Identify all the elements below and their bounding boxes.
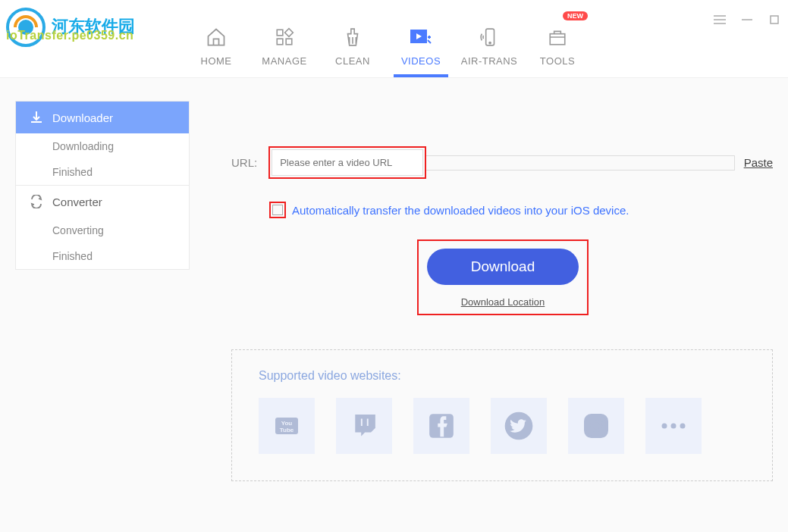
manage-icon	[272, 25, 297, 49]
site-facebook[interactable]	[413, 398, 469, 454]
sidebar-converting[interactable]: Converting	[16, 217, 189, 243]
download-location-link[interactable]: Download Location	[461, 296, 545, 308]
new-badge: NEW	[563, 11, 588, 20]
sidebar-converter[interactable]: Converter	[16, 185, 189, 217]
supported-sites-box: Supported video websites: YouTube	[231, 349, 773, 481]
tab-tools[interactable]: NEW TOOLS	[523, 0, 592, 77]
minimize-button[interactable]	[741, 14, 753, 26]
svg-rect-9	[550, 33, 565, 44]
videos-icon	[409, 25, 433, 49]
download-icon	[30, 111, 43, 124]
download-button[interactable]: Download	[427, 249, 579, 285]
main-content: Downloader Downloading Finished Converte…	[0, 78, 788, 532]
tab-manage[interactable]: MANAGE	[250, 0, 319, 77]
app-logo: 河东软件园 ioTransfer.pe0359.cn	[6, 8, 46, 50]
window-controls	[714, 14, 780, 26]
supported-sites-title: Supported video websites:	[259, 369, 746, 383]
logo-area: 河东软件园 ioTransfer.pe0359.cn	[0, 0, 167, 58]
auto-transfer-checkbox[interactable]	[272, 205, 283, 215]
svg-point-8	[489, 42, 491, 43]
menu-button[interactable]	[714, 14, 726, 26]
site-more[interactable]	[645, 398, 702, 454]
svg-text:You: You	[281, 420, 293, 427]
url-row: URL: Paste	[231, 146, 773, 179]
svg-point-23	[662, 424, 667, 429]
url-input-highlight	[268, 146, 426, 179]
sidebar-downloader-label: Downloader	[52, 111, 113, 124]
home-icon	[204, 25, 228, 49]
site-youtube[interactable]: YouTube	[259, 398, 315, 454]
sidebar-downloader-finished[interactable]: Finished	[16, 159, 189, 185]
sidebar-converter-label: Converter	[52, 196, 102, 208]
sidebar-downloading[interactable]: Downloading	[16, 133, 189, 159]
sidebar: Downloader Downloading Finished Converte…	[0, 78, 190, 532]
nav-tabs: HOME MANAGE CLEAN VIDEOS AIR-TRANS	[182, 0, 592, 77]
auto-transfer-row: Automatically transfer the downloaded vi…	[269, 202, 773, 218]
svg-text:Tube: Tube	[280, 427, 294, 433]
site-instagram[interactable]	[568, 398, 624, 454]
tab-videos[interactable]: VIDEOS	[387, 0, 455, 77]
svg-rect-14	[771, 16, 778, 23]
sidebar-downloader[interactable]: Downloader	[16, 102, 189, 133]
download-section-highlight: Download Download Location	[417, 239, 589, 315]
app-header: 河东软件园 ioTransfer.pe0359.cn HOME MANAGE C…	[0, 0, 788, 78]
site-twitch[interactable]	[336, 398, 392, 454]
logo-sub-text: ioTransfer.pe0359.cn	[6, 29, 133, 42]
tools-icon	[545, 25, 570, 49]
maximize-button[interactable]	[768, 14, 780, 26]
svg-rect-2	[277, 30, 283, 36]
svg-rect-4	[277, 39, 283, 45]
sidebar-converter-finished[interactable]: Finished	[16, 243, 189, 269]
checkbox-highlight	[269, 202, 286, 218]
svg-point-25	[680, 424, 686, 429]
tab-home[interactable]: HOME	[182, 0, 250, 77]
supported-sites-list: YouTube	[259, 398, 746, 454]
url-input[interactable]	[272, 149, 423, 176]
auto-transfer-label: Automatically transfer the downloaded vi…	[292, 204, 629, 217]
tab-airtrans[interactable]: AIR-TRANS	[455, 0, 523, 77]
svg-rect-3	[285, 28, 294, 36]
airtrans-icon	[477, 25, 501, 49]
paste-link[interactable]: Paste	[744, 156, 773, 169]
content-area: URL: Paste Automatically transfer the do…	[190, 78, 788, 532]
svg-point-21	[592, 421, 601, 431]
sidebar-downloader-section: Downloader Downloading Finished Converte…	[15, 101, 190, 270]
svg-point-22	[601, 418, 604, 421]
svg-point-24	[671, 424, 677, 429]
tab-clean[interactable]: CLEAN	[319, 0, 387, 77]
url-label: URL:	[231, 156, 257, 169]
site-twitter[interactable]	[491, 398, 547, 454]
clean-icon	[341, 25, 365, 49]
url-input-extension[interactable]	[426, 155, 734, 171]
svg-rect-5	[286, 39, 292, 45]
converter-icon	[30, 195, 43, 208]
